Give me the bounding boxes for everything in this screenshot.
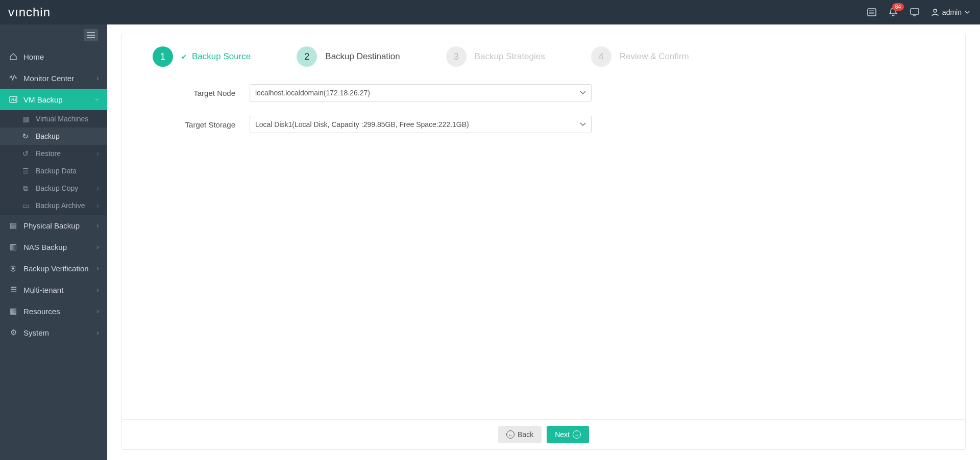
step-label: Backup Strategies (475, 52, 545, 62)
sidebar-submenu-vm-backup: ▦ Virtual Machines ↻ Backup ↺ Restore › … (0, 110, 107, 214)
brand-part2: chin (26, 5, 51, 19)
chevron-right-icon: › (96, 264, 99, 272)
sidebar-item-multi-tenant[interactable]: ☰ Multi-tenant › (0, 279, 107, 300)
sidebar-item-system[interactable]: ⚙ System › (0, 322, 107, 343)
user-icon (931, 8, 939, 16)
sidebar-toggle-row (0, 24, 107, 46)
sidebar-item-label: Resources (23, 307, 60, 316)
sidebar-collapse-button[interactable] (84, 29, 98, 41)
target-storage-select[interactable]: Local Disk1(Local Disk, Capacity :299.85… (250, 116, 592, 133)
sidebar-item-backup-archive[interactable]: ▭ Backup Archive › (0, 197, 107, 214)
sidebar-item-label: Multi-tenant (23, 286, 63, 294)
form-row-target-node: Target Node localhost.localdomain(172.18… (158, 84, 945, 101)
top-header: vınchin 84 admin (0, 0, 980, 24)
svg-text:VM: VM (11, 98, 16, 101)
server-icon: ▤ (8, 221, 18, 230)
wizard-step-4[interactable]: 4 Review & Confirm (591, 46, 689, 67)
copy-icon: ⧉ (20, 184, 31, 193)
tasks-icon[interactable] (867, 7, 877, 17)
sidebar-item-label: Physical Backup (23, 221, 80, 230)
sidebar-item-label: Backup (36, 132, 60, 140)
stack-icon: ☰ (20, 167, 31, 175)
sidebar-item-home[interactable]: Home (0, 46, 107, 67)
sidebar-item-physical-backup[interactable]: ▤ Physical Backup › (0, 215, 107, 236)
bell-icon[interactable]: 84 (888, 7, 898, 17)
chevron-right-icon: › (96, 243, 99, 251)
header-actions: 84 admin (867, 7, 970, 17)
refresh-icon: ↻ (20, 132, 31, 140)
sidebar-item-nas-backup[interactable]: ▥ NAS Backup › (0, 236, 107, 258)
chevron-down-icon: › (94, 98, 102, 101)
sidebar-item-backup-verification[interactable]: ⛨ Backup Verification › (0, 258, 107, 279)
chevron-right-icon: › (96, 74, 99, 82)
sidebar-item-backup-copy[interactable]: ⧉ Backup Copy › (0, 180, 107, 197)
screen-icon[interactable] (910, 7, 920, 17)
user-menu[interactable]: admin (931, 8, 970, 16)
sidebar-item-label: Backup Verification (23, 264, 89, 273)
arrow-right-icon: → (573, 430, 581, 439)
target-node-label: Target Node (158, 89, 250, 97)
wizard-step-1[interactable]: 1 ✔ Backup Source (153, 46, 251, 67)
next-button[interactable]: Next → (547, 426, 589, 443)
sidebar-item-backup-data[interactable]: ☰ Backup Data (0, 162, 107, 180)
next-button-label: Next (555, 430, 570, 439)
wizard-panel: 1 ✔ Backup Source 2 Backup Destination 3… (121, 34, 966, 450)
vm-icon: VM (8, 96, 18, 103)
shield-icon: ⛨ (8, 264, 18, 273)
brand-part1: vın (8, 5, 26, 19)
arrow-left-icon: ← (506, 430, 514, 439)
step-number: 4 (591, 46, 611, 67)
list-icon: ☰ (8, 285, 18, 294)
user-label: admin (942, 8, 962, 16)
chevron-right-icon: › (96, 307, 99, 315)
panel-footer: ← Back Next → (122, 419, 965, 449)
sidebar-item-label: Backup Copy (36, 184, 78, 192)
notification-badge: 84 (892, 3, 904, 11)
form-row-target-storage: Target Storage Local Disk1(Local Disk, C… (158, 116, 945, 133)
svg-rect-4 (911, 9, 919, 14)
chevron-right-icon: › (96, 201, 99, 210)
step-number: 2 (297, 46, 317, 67)
sidebar-item-label: NAS Backup (23, 243, 67, 251)
sidebar-item-label: Virtual Machines (36, 115, 88, 123)
nas-icon: ▥ (8, 242, 18, 251)
sidebar-item-virtual-machines[interactable]: ▦ Virtual Machines (0, 110, 107, 127)
sidebar-item-label: Monitor Center (23, 74, 74, 83)
form-body: Target Node localhost.localdomain(172.18… (122, 72, 965, 419)
main-content: 1 ✔ Backup Source 2 Backup Destination 3… (107, 24, 980, 460)
grid4-icon: ▦ (8, 306, 18, 316)
sidebar-item-resources[interactable]: ▦ Resources › (0, 300, 107, 322)
sidebar-item-backup[interactable]: ↻ Backup (0, 127, 107, 145)
home-icon (8, 53, 18, 61)
check-icon: ✔ (181, 53, 187, 61)
back-button-label: Back (518, 430, 533, 439)
target-node-select[interactable]: localhost.localdomain(172.18.26.27) (250, 84, 592, 101)
step-label: Backup Destination (325, 52, 400, 62)
sidebar-item-vm-backup[interactable]: VM VM Backup › (0, 89, 107, 110)
chevron-right-icon: › (96, 149, 99, 158)
step-number: 1 (153, 46, 173, 67)
sidebar-item-label: Restore (36, 149, 61, 158)
chevron-right-icon: › (96, 286, 99, 294)
brand-logo: vınchin (8, 5, 51, 19)
sidebar-item-restore[interactable]: ↺ Restore › (0, 145, 107, 162)
chevron-right-icon: › (96, 328, 99, 337)
sidebar-item-label: Home (23, 53, 44, 61)
undo-icon: ↺ (20, 149, 31, 158)
chevron-right-icon: › (96, 221, 99, 229)
sidebar-item-monitor-center[interactable]: Monitor Center › (0, 67, 107, 89)
chevron-right-icon: › (96, 184, 99, 192)
chevron-down-icon (965, 11, 970, 14)
sidebar: Home Monitor Center › VM VM Backup › ▦ V… (0, 24, 107, 460)
svg-point-6 (934, 9, 937, 12)
wizard-step-2[interactable]: 2 Backup Destination (297, 46, 400, 67)
target-storage-label: Target Storage (158, 120, 250, 129)
monitor-icon (8, 75, 18, 81)
step-label: Review & Confirm (620, 52, 689, 62)
archive-icon: ▭ (20, 201, 31, 210)
back-button[interactable]: ← Back (498, 426, 542, 443)
wizard-step-3[interactable]: 3 Backup Strategies (446, 46, 545, 67)
wizard-steps: 1 ✔ Backup Source 2 Backup Destination 3… (122, 34, 965, 72)
step-number: 3 (446, 46, 467, 67)
step-label: Backup Source (192, 52, 251, 62)
